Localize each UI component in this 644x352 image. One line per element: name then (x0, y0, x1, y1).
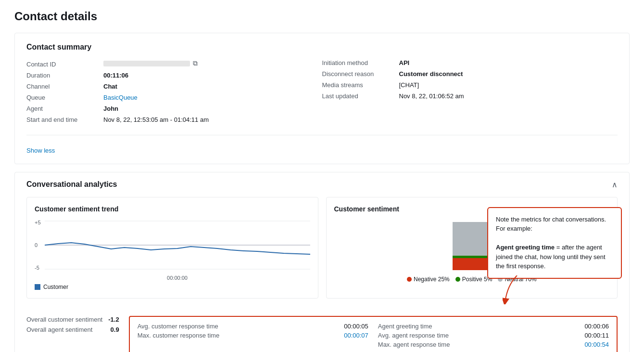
bar-neutral (453, 222, 491, 256)
agent-label: Agent (26, 105, 103, 112)
max-customer-response-row: Max. customer response time 00:00:07 (138, 332, 368, 339)
contact-summary-grid: Contact ID ⧉ Duration 00:11:06 Channel C… (26, 59, 618, 127)
contact-id-row: Contact ID ⧉ (26, 59, 303, 68)
sentiment-bar-stack (453, 222, 491, 270)
max-agent-response-label: Max. agent response time (378, 341, 450, 348)
y-label-plus5: +5 (35, 220, 41, 225)
analytics-content: Customer sentiment trend +5 0 -5 (15, 197, 629, 352)
y-label-minus5: -5 (35, 265, 41, 271)
max-agent-response-row: Max. agent response time 00:00:54 (378, 341, 609, 348)
summary-left-col: Contact ID ⧉ Duration 00:11:06 Channel C… (26, 59, 322, 127)
overall-metrics: Overall customer sentiment -1.2 Overall … (26, 316, 119, 336)
start-end-value: Nov 8, 22, 12:53:05 am - 01:04:11 am (103, 116, 209, 123)
disconnect-reason-value: Customer disconnect (399, 70, 463, 78)
show-less-link[interactable]: Show less (26, 147, 55, 154)
overall-agent-sentiment-value: 0.9 (111, 326, 119, 333)
contact-summary-section: Contact summary Contact ID ⧉ Duration 00… (14, 33, 630, 164)
overall-agent-sentiment-label: Overall agent sentiment (26, 326, 92, 333)
callout-arrow-icon (503, 275, 531, 304)
max-customer-response-label: Max. customer response time (138, 332, 220, 339)
duration-label: Duration (26, 72, 103, 79)
avg-agent-response-value: 00:00:11 (584, 332, 609, 339)
page-title: Contact details (14, 10, 630, 23)
overall-agent-sentiment-row: Overall agent sentiment 0.9 (26, 326, 119, 333)
media-streams-value: [CHAT] (399, 81, 419, 89)
duration-row: Duration 00:11:06 (26, 72, 303, 79)
duration-value: 00:11:06 (103, 72, 128, 79)
bar-negative (453, 258, 491, 270)
queue-row: Queue BasicQueue (26, 94, 303, 101)
channel-label: Channel (26, 83, 103, 90)
disconnect-reason-label: Disconnect reason (322, 70, 399, 78)
agent-greeting-value: 00:00:06 (584, 323, 609, 330)
sentiment-trend-title: Customer sentiment trend (35, 205, 310, 213)
chevron-up-icon[interactable]: ∧ (612, 180, 618, 189)
max-agent-response-value[interactable]: 00:00:54 (584, 341, 609, 348)
queue-label: Queue (26, 94, 103, 101)
divider (26, 135, 618, 135)
trend-x-label: 00:00:00 (45, 275, 310, 281)
positive-legend-item: Positive 5% (455, 276, 492, 283)
trend-chart-svg (45, 219, 310, 272)
conversational-analytics-section: Conversational analytics ∧ Customer sent… (14, 172, 630, 352)
max-customer-response-value[interactable]: 00:00:07 (344, 332, 368, 339)
media-streams-label: Media streams (322, 81, 399, 89)
channel-row: Channel Chat (26, 83, 303, 90)
overall-customer-sentiment-label: Overall customer sentiment (26, 316, 102, 323)
callout-bold: Agent greeting time (496, 244, 555, 251)
trend-legend: Customer (35, 284, 310, 290)
summary-right-col: Initiation method API Disconnect reason … (322, 59, 618, 127)
initiation-method-label: Initiation method (322, 59, 399, 66)
avg-customer-response-row: Avg. customer response time 00:00:05 (138, 323, 368, 330)
analytics-title: Conversational analytics (26, 180, 117, 189)
channel-value: Chat (103, 83, 117, 90)
contact-id-label: Contact ID (26, 61, 103, 68)
y-label-zero: 0 (35, 242, 41, 248)
avg-agent-response-row: Avg. agent response time 00:00:11 (378, 332, 609, 339)
customer-sentiment-chart: Customer sentiment Negative 25% (326, 197, 618, 299)
negative-legend-item: Negative 25% (407, 276, 450, 283)
customer-legend-square (35, 284, 40, 290)
charts-row: Customer sentiment trend +5 0 -5 (26, 197, 618, 299)
copy-icon[interactable]: ⧉ (193, 59, 198, 67)
callout-text1: Note the metrics for chat conversations.… (496, 216, 606, 233)
contact-summary-title: Contact summary (26, 43, 618, 52)
callout-box: Note the metrics for chat conversations.… (487, 207, 622, 279)
agent-value: John (103, 105, 118, 112)
disconnect-reason-row: Disconnect reason Customer disconnect (322, 70, 599, 78)
analytics-header[interactable]: Conversational analytics ∧ (15, 172, 629, 197)
initiation-method-value: API (399, 59, 410, 66)
media-streams-row: Media streams [CHAT] (322, 81, 599, 89)
queue-value[interactable]: BasicQueue (103, 94, 138, 101)
agent-greeting-row: Agent greeting time 00:00:06 (378, 323, 609, 330)
agent-row: Agent John (26, 105, 303, 112)
last-updated-value: Nov 8, 22, 01:06:52 am (399, 92, 464, 100)
agent-greeting-label: Agent greeting time (378, 323, 432, 330)
avg-customer-response-label: Avg. customer response time (138, 323, 218, 330)
negative-legend-label: Negative 25% (414, 276, 450, 283)
start-end-row: Start and end time Nov 8, 22, 12:53:05 a… (26, 116, 303, 123)
detailed-metrics-grid: Avg. customer response time 00:00:05 Max… (138, 323, 609, 350)
customer-metrics-col: Avg. customer response time 00:00:05 Max… (138, 323, 368, 350)
contact-id-blurred (103, 61, 190, 66)
start-end-label: Start and end time (26, 116, 103, 123)
contact-id-value: ⧉ (103, 59, 198, 67)
metrics-bottom-row: Overall customer sentiment -1.2 Overall … (26, 308, 618, 352)
initiation-method-row: Initiation method API (322, 59, 599, 66)
last-updated-row: Last updated Nov 8, 22, 01:06:52 am (322, 92, 599, 100)
detailed-metrics-box: Avg. customer response time 00:00:05 Max… (129, 316, 618, 352)
agent-metrics-col: Agent greeting time 00:00:06 Avg. agent … (378, 323, 609, 350)
sentiment-trend-chart: Customer sentiment trend +5 0 -5 (26, 197, 318, 299)
trend-legend-label: Customer (43, 284, 68, 290)
overall-customer-sentiment-value: -1.2 (108, 316, 119, 323)
avg-customer-response-value: 00:00:05 (344, 323, 368, 330)
negative-legend-dot (407, 277, 412, 282)
avg-agent-response-label: Avg. agent response time (378, 332, 449, 339)
last-updated-label: Last updated (322, 92, 399, 100)
positive-legend-dot (455, 277, 460, 282)
overall-customer-sentiment-row: Overall customer sentiment -1.2 (26, 316, 119, 323)
